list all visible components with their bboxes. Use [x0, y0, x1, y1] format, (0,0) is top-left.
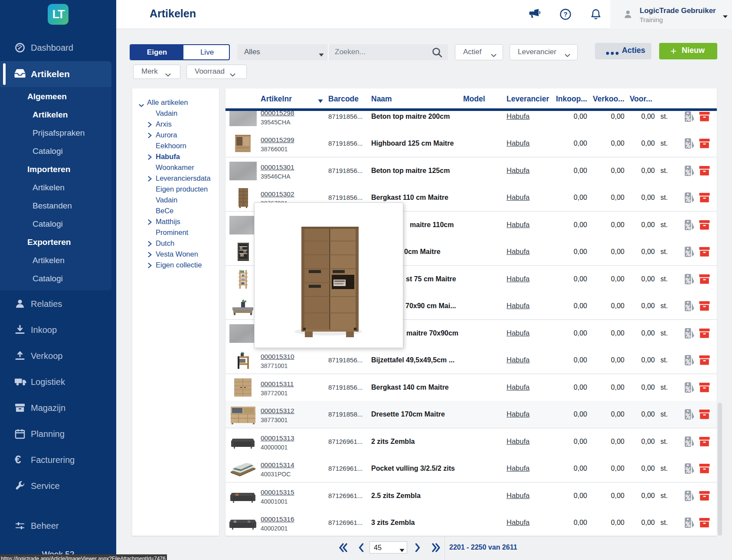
svg-text:?: ? [563, 10, 567, 18]
